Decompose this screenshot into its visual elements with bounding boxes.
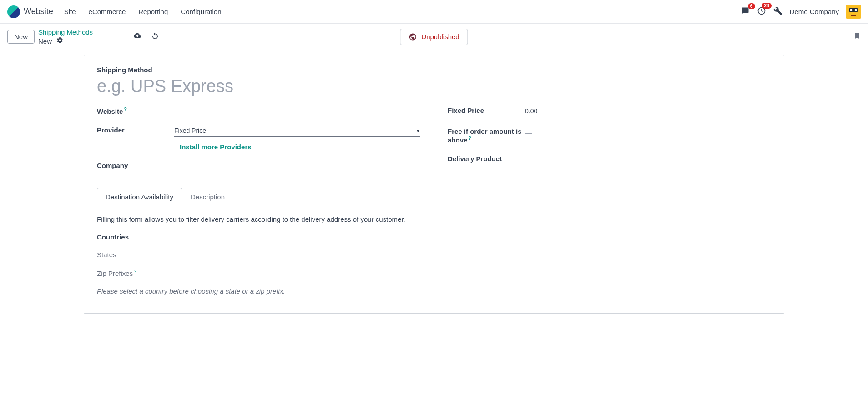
tab-info-text: Filling this form allows you to filter d… bbox=[97, 215, 771, 223]
svg-point-3 bbox=[850, 9, 853, 11]
free-above-checkbox[interactable] bbox=[525, 127, 532, 134]
delivery-product-label: Delivery Product bbox=[448, 154, 525, 163]
status-icons bbox=[133, 32, 159, 41]
states-label: States bbox=[97, 251, 771, 259]
app-logo-icon bbox=[7, 5, 20, 18]
breadcrumb-current-row: New bbox=[38, 37, 93, 45]
svg-point-4 bbox=[855, 9, 857, 11]
tab-content: Filling this form allows you to filter d… bbox=[97, 205, 771, 295]
zip-help-icon[interactable]: ? bbox=[134, 269, 136, 274]
bookmark-icon[interactable] bbox=[853, 31, 861, 42]
activities-badge: 23 bbox=[762, 3, 771, 9]
fixed-price-value[interactable]: 0.00 bbox=[525, 106, 771, 117]
install-providers-link[interactable]: Install more Providers bbox=[180, 143, 252, 151]
countries-label: Countries bbox=[97, 233, 771, 241]
free-above-label: Free if order amount is above? bbox=[448, 127, 525, 144]
messages-icon[interactable]: 6 bbox=[741, 7, 750, 16]
tab-destination-availability[interactable]: Destination Availability bbox=[97, 188, 182, 205]
divider bbox=[0, 50, 868, 50]
app-name: Website bbox=[24, 7, 53, 16]
tab-description[interactable]: Description bbox=[182, 188, 233, 205]
activities-icon[interactable]: 23 bbox=[757, 6, 766, 17]
shipping-method-name-input[interactable] bbox=[97, 74, 589, 97]
chevron-down-icon: ▼ bbox=[416, 128, 420, 133]
breadcrumb-parent[interactable]: Shipping Methods bbox=[38, 28, 93, 36]
provider-value: Fixed Price bbox=[174, 127, 416, 134]
gear-icon[interactable] bbox=[56, 37, 63, 45]
save-cloud-icon[interactable] bbox=[133, 32, 142, 41]
provider-select[interactable]: Fixed Price ▼ bbox=[174, 125, 420, 137]
control-bar: New Shipping Methods New Unpublished bbox=[0, 24, 868, 50]
country-note: Please select a country before choosing … bbox=[97, 287, 771, 295]
publish-toggle[interactable]: Unpublished bbox=[400, 29, 468, 45]
title-label: Shipping Method bbox=[97, 66, 771, 74]
breadcrumb-current: New bbox=[38, 37, 52, 45]
new-button[interactable]: New bbox=[7, 30, 35, 44]
globe-icon bbox=[409, 33, 417, 41]
free-above-help-icon[interactable]: ? bbox=[468, 135, 471, 141]
svg-rect-5 bbox=[851, 15, 856, 16]
breadcrumb: Shipping Methods New bbox=[38, 28, 93, 45]
fixed-price-label: Fixed Price bbox=[448, 106, 525, 114]
app-brand[interactable]: Website bbox=[7, 5, 53, 18]
company-selector[interactable]: Demo Company bbox=[790, 8, 839, 15]
debug-icon[interactable] bbox=[773, 6, 782, 17]
nav-item-ecommerce[interactable]: eCommerce bbox=[89, 8, 126, 15]
topnav-right: 6 23 Demo Company bbox=[741, 5, 861, 19]
provider-label: Provider bbox=[97, 125, 174, 134]
right-column: Fixed Price 0.00 Free if order amount is… bbox=[448, 106, 771, 179]
field-columns: Website? Provider Fixed Price ▼ Install … bbox=[97, 106, 771, 179]
tabs: Destination Availability Description bbox=[97, 188, 771, 205]
nav-item-reporting[interactable]: Reporting bbox=[138, 8, 168, 15]
publish-label: Unpublished bbox=[421, 33, 459, 41]
zip-prefixes-label: Zip Prefixes? bbox=[97, 269, 771, 277]
nav-menu: Site eCommerce Reporting Configuration bbox=[64, 8, 222, 15]
website-help-icon[interactable]: ? bbox=[124, 107, 127, 112]
website-label: Website? bbox=[97, 106, 174, 115]
company-label: Company bbox=[97, 161, 174, 169]
form-sheet: Shipping Method Website? Provider Fixed … bbox=[84, 55, 784, 314]
messages-badge: 6 bbox=[748, 3, 755, 9]
nav-item-site[interactable]: Site bbox=[64, 8, 76, 15]
user-avatar[interactable] bbox=[846, 5, 861, 19]
top-nav: Website Site eCommerce Reporting Configu… bbox=[0, 0, 868, 24]
left-column: Website? Provider Fixed Price ▼ Install … bbox=[97, 106, 420, 179]
nav-item-configuration[interactable]: Configuration bbox=[181, 8, 221, 15]
discard-icon[interactable] bbox=[151, 32, 159, 41]
